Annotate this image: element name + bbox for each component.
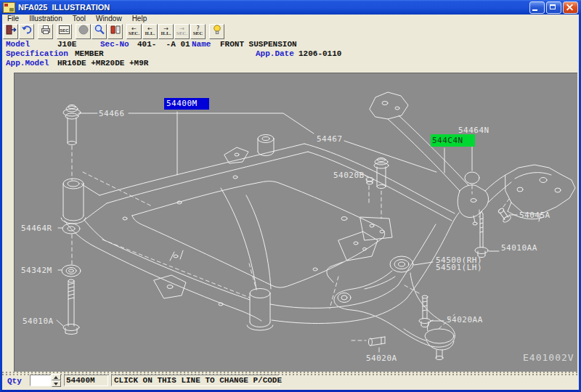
part-label-54342M[interactable]: 54342M bbox=[21, 266, 52, 274]
exit-button[interactable] bbox=[3, 24, 18, 39]
appdate-value: 1206-0110 bbox=[298, 49, 341, 58]
part-label-54501LH[interactable]: 54501(LH) bbox=[436, 264, 482, 271]
part-label-54020B[interactable]: 54020B bbox=[333, 171, 365, 179]
undo-button[interactable] bbox=[19, 24, 34, 39]
model-label: Model bbox=[6, 40, 30, 49]
exit-door-icon bbox=[5, 24, 17, 38]
catalog-book-button[interactable] bbox=[107, 24, 123, 39]
part-label-54467[interactable]: 54467 bbox=[317, 135, 343, 143]
menu-window[interactable]: Window bbox=[91, 15, 127, 23]
lamp-icon bbox=[211, 24, 223, 38]
spec-label: Specification bbox=[6, 49, 68, 58]
info-row-1: Model J10E Sec-No 401- -A 01 Name FRONT … bbox=[2, 40, 21, 49]
info-row-2: Specification MEMBER App.Date 1206-0110 bbox=[2, 49, 21, 58]
menu-illustration[interactable]: Illustration bbox=[24, 15, 68, 23]
pcode-field[interactable]: 54400M bbox=[64, 375, 108, 386]
part-label-54464R[interactable]: 54464R bbox=[21, 224, 52, 232]
qty-input[interactable] bbox=[30, 375, 51, 386]
secno-value: 401- -A 01 bbox=[137, 40, 190, 49]
menu-file[interactable]: File bbox=[2, 15, 24, 23]
svg-text:SEC: SEC bbox=[60, 28, 69, 33]
printer-icon bbox=[40, 24, 52, 38]
next-illustration-button[interactable]: → ILL. bbox=[158, 24, 174, 39]
prev-illustration-button[interactable]: ← ILL. bbox=[142, 24, 158, 39]
separator-dots bbox=[2, 372, 579, 373]
qty-down-button[interactable] bbox=[52, 380, 61, 387]
next-section-button[interactable]: → SEC. bbox=[174, 24, 190, 39]
part-label-54400M-selected[interactable]: 54400M bbox=[164, 98, 209, 110]
circle-icon bbox=[78, 24, 89, 38]
bottom-bar: Qty 54400M CLICK ON THIS LINE TO CHANGE … bbox=[2, 375, 579, 388]
sec-list-button[interactable]: SEC bbox=[57, 24, 72, 39]
zoom-button[interactable] bbox=[92, 24, 107, 39]
part-label-54466[interactable]: 54466 bbox=[99, 110, 125, 118]
maximize-button[interactable] bbox=[546, 1, 561, 14]
qty-up-button[interactable] bbox=[52, 374, 61, 380]
prev-section-button[interactable]: ← SEC. bbox=[126, 24, 142, 39]
window-title: NFA025 ILLUSTRATION bbox=[18, 3, 529, 12]
part-label-54020AA[interactable]: 54020AA bbox=[447, 316, 483, 324]
part-label-54010AA[interactable]: 54010AA bbox=[501, 244, 537, 252]
info-row-3: App.Model HR16DE +MR20DE +M9R bbox=[2, 59, 21, 68]
minimize-button[interactable] bbox=[529, 1, 545, 14]
pcode-message-line[interactable]: CLICK ON THIS LINE TO CHANGE P/CODE bbox=[111, 375, 280, 386]
appmodel-label: App.Model bbox=[6, 59, 49, 68]
magnifier-icon bbox=[94, 24, 105, 38]
record-button[interactable] bbox=[76, 24, 91, 39]
section-help-button[interactable]: ? SEC bbox=[190, 24, 206, 39]
sec-box-icon: SEC bbox=[58, 24, 70, 38]
menu-tool[interactable]: Tool bbox=[68, 15, 91, 23]
close-button[interactable] bbox=[563, 1, 578, 14]
book-icon bbox=[110, 24, 121, 38]
appmodel-value: HR16DE +MR20DE +M9R bbox=[57, 59, 148, 68]
part-label-54045A[interactable]: 54045A bbox=[519, 211, 550, 219]
undo-arrow-icon bbox=[21, 24, 33, 38]
menu-help[interactable]: Help bbox=[127, 15, 153, 23]
menu-bar: File Illustration Tool Window Help bbox=[2, 15, 579, 23]
diagram-code: E401002V bbox=[523, 352, 574, 363]
part-label-544C4N-highlighted[interactable]: 544C4N bbox=[431, 134, 475, 147]
print-button[interactable] bbox=[38, 24, 53, 39]
part-label-54020A[interactable]: 54020A bbox=[366, 354, 397, 362]
qty-stepper bbox=[52, 374, 61, 387]
part-label-54010A[interactable]: 54010A bbox=[23, 317, 54, 325]
app-icon bbox=[3, 2, 15, 13]
hint-button[interactable] bbox=[209, 24, 224, 39]
spec-value: MEMBER bbox=[75, 49, 104, 58]
illustration-canvas[interactable]: 54466 54400M 54467 54464N 544C4N 54020B … bbox=[14, 73, 577, 372]
appdate-label: App.Date bbox=[256, 49, 294, 58]
name-value: FRONT SUSPENSION bbox=[220, 40, 297, 49]
part-label-54464N[interactable]: 54464N bbox=[458, 126, 489, 134]
model-value: J10E bbox=[57, 40, 76, 49]
toolbar: SEC ← SE bbox=[3, 23, 580, 39]
name-label: Name bbox=[192, 40, 211, 49]
secno-label: Sec-No bbox=[100, 40, 129, 49]
qty-label: Qty bbox=[7, 377, 22, 385]
title-bar: NFA025 ILLUSTRATION bbox=[0, 0, 581, 15]
app-window: NFA025 ILLUSTRATION File Illustration To… bbox=[0, 0, 581, 392]
